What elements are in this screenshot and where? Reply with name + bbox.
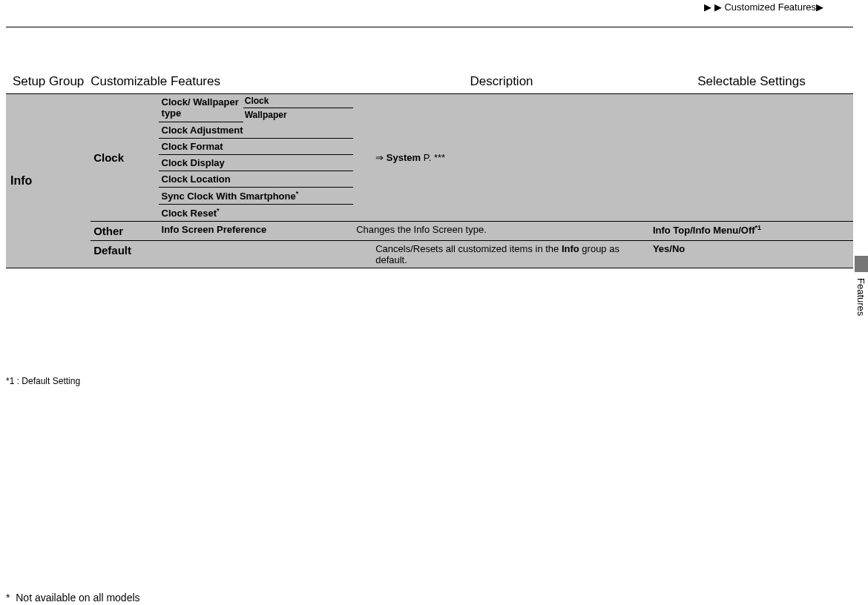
default-desc-pre: Cancels/Resets all customized items in t… — [375, 243, 562, 254]
clock-adjustment: Clock Adjustment — [159, 122, 354, 138]
clock-wallpaper-type: Clock/ Wallpaper type — [159, 94, 243, 122]
header-rule — [6, 27, 853, 27]
info-screen-preference: Info Screen Preference — [159, 222, 354, 241]
clock-subgroup: Clock — [91, 94, 158, 222]
settings-table: Setup Group Customizable Features Descri… — [6, 74, 853, 268]
setup-group-info: Info — [6, 94, 91, 268]
clock-reset-star: * — [217, 207, 220, 214]
col-selectable-settings: Selectable Settings — [650, 74, 853, 94]
col-setup-group: Setup Group — [6, 74, 91, 94]
default-feature-empty — [159, 241, 354, 268]
other-subgroup: Other — [91, 222, 158, 241]
clock-format: Clock Format — [159, 138, 354, 154]
clock-desc-system: System — [387, 152, 421, 163]
opt-no: No — [672, 243, 685, 254]
clock-display: Clock Display — [159, 154, 354, 171]
breadcrumb-suffix: ▶ — [816, 1, 823, 13]
default-options: Yes/No — [650, 241, 853, 268]
clock-desc-page: P. *** — [421, 152, 445, 163]
sync-clock-star: * — [296, 190, 299, 197]
side-section-label: Features — [855, 278, 867, 316]
clock-reset: Clock Reset* — [159, 204, 354, 221]
default-description: Cancels/Resets all customized items in t… — [353, 241, 650, 268]
breadcrumb-text: Customized Features — [724, 1, 816, 13]
side-thumb-tab — [855, 256, 868, 272]
default-desc-bold: Info — [562, 243, 579, 254]
opt-star: *1 — [755, 224, 762, 231]
footnote-default-setting: *1 : Default Setting — [6, 376, 80, 386]
clock-description: ⇒ System P. *** — [353, 94, 650, 222]
footnote-star: * — [6, 592, 10, 604]
table-row: Info Clock Clock/ Wallpaper type Clock ⇒… — [6, 94, 853, 108]
sync-clock-label: Sync Clock With Smartphone — [162, 191, 296, 202]
opt-info-menu: Info Menu — [693, 225, 738, 236]
clock-wallpaper-item-wallpaper: Wallpaper — [243, 108, 353, 122]
col-description: Description — [353, 74, 650, 94]
footnote-not-available: * Not available on all models — [6, 592, 140, 604]
table-header-row: Setup Group Customizable Features Descri… — [6, 74, 853, 94]
other-options: Info Top/Info Menu/Off*1 — [650, 222, 853, 241]
clock-options — [650, 94, 853, 222]
opt-off: Off — [741, 225, 755, 236]
col-customizable-features: Customizable Features — [91, 74, 353, 94]
opt-yes: Yes — [653, 243, 669, 254]
clock-reset-label: Clock Reset — [162, 208, 217, 219]
breadcrumb-prefix: ▶ ▶ — [704, 1, 724, 13]
default-subgroup: Default — [91, 241, 158, 268]
clock-wallpaper-item-clock: Clock — [243, 94, 353, 108]
table-row: Default Cancels/Resets all customized it… — [6, 241, 853, 268]
opt-info-top: Info Top — [653, 225, 690, 236]
breadcrumb: ▶ ▶ Customized Features▶ — [704, 1, 823, 13]
arrow-icon: ⇒ — [375, 152, 387, 163]
clock-location: Clock Location — [159, 171, 354, 187]
table-row: Other Info Screen Preference Changes the… — [6, 222, 853, 241]
sync-clock-with-smartphone: Sync Clock With Smartphone* — [159, 187, 354, 204]
other-description: Changes the Info Screen type. — [353, 222, 650, 241]
footnote-text: Not available on all models — [16, 592, 139, 604]
